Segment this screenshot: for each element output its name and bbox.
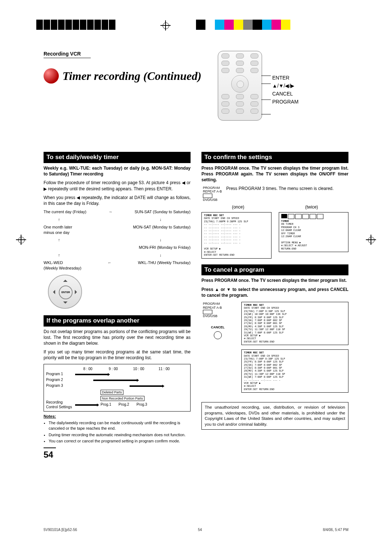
cycle-mid-a: One month later xyxy=(44,225,72,229)
heading-confirm: To confirm the settings xyxy=(201,152,348,163)
footer-left: 5V90101A [E]p52-56 xyxy=(44,528,77,532)
note-2: During timer recording the automatic rew… xyxy=(49,432,191,438)
bullet-sphere-icon xyxy=(44,68,59,84)
rec-prog1: Prog.1 xyxy=(101,402,111,407)
arrow-left-icon: ← xyxy=(108,260,112,271)
heading-overlap: If the programs overlap another xyxy=(44,315,191,327)
intro-bold: Weekly e.g. WKL-TUE: each Tuesday) or da… xyxy=(44,165,191,177)
vcr-indicator-icon: PROGRAM REPEAT A-B DVD/USB xyxy=(201,186,222,202)
remote-label-arrows: ▲/▼/◀/▶ xyxy=(272,83,298,89)
time-4: 11 : 00 xyxy=(151,366,177,372)
cycle-mid-b: minus one day xyxy=(44,230,70,235)
remote-body-icon xyxy=(218,51,262,121)
note-1: The daily/weekly recording can be made c… xyxy=(49,420,191,431)
caption-once: (once) xyxy=(232,204,244,210)
rec-label-2: Control Settings xyxy=(46,405,72,409)
intro-p1: Follow the procedure of timer recording … xyxy=(44,180,191,191)
footer-right: 8/4/06, 5:47 PM xyxy=(323,528,348,532)
breadcrumb: Recording VCR xyxy=(44,51,91,58)
crop-marks xyxy=(36,20,116,30)
time-1: 8 : 00 xyxy=(75,366,101,372)
cancel-bold-2: Press ▲ or ▼ to select the unnecessary p… xyxy=(201,287,348,298)
arrow-up-icon: ↑ xyxy=(58,217,60,222)
dpad-enter-label: ENTER xyxy=(59,285,73,299)
cycle-r1a: The current day (Friday) xyxy=(44,209,86,215)
note-3: You can correct or cancel the programed … xyxy=(49,438,191,444)
intro-p2: When you press ◀ repeatedly, the indicat… xyxy=(44,195,191,206)
prog1-label: Program 1 xyxy=(46,372,75,377)
arrow-up-icon: ↑ xyxy=(58,237,60,243)
cycle-r4a2: (Weekly Wednesday) xyxy=(44,266,81,270)
prog3-label: Program 3 xyxy=(46,383,75,388)
rec-label-1: Recording xyxy=(46,400,63,404)
arrow-down-icon: ↓ xyxy=(160,217,162,222)
remote-label-cancel: CANCEL xyxy=(272,91,298,97)
arrow-up-icon: ↑ xyxy=(58,252,60,258)
print-footer: 5V90101A [E]p52-56 54 8/4/06, 5:47 PM xyxy=(44,528,348,532)
cycle-r4a: WKL-WED xyxy=(44,260,63,265)
color-calibration-bar xyxy=(196,20,290,30)
osd-screenshot-list-after: TIMER REC SET DATE START END CH SPEED 23… xyxy=(241,349,348,393)
osd-screenshot-list-before: TIMER REC SET DATE START END CH SPEED 23… xyxy=(241,302,348,345)
time-2: 9 : 00 xyxy=(101,366,126,372)
osd-screenshot-timer: TIMER ON TIMER PROGRAM CH 3 12:00AM CLEA… xyxy=(279,212,349,252)
notes-heading: Notes: xyxy=(44,414,191,419)
overlap-p1: Do not overlap timer programs as portion… xyxy=(44,329,191,347)
registration-mark-top xyxy=(161,21,170,30)
arrow-down-icon: ↓ xyxy=(160,237,162,243)
cycle-r3b: MON-FRI (Monday to Friday) xyxy=(139,245,191,250)
cancel-button-icon xyxy=(214,331,222,339)
cycle-r2b: MON-SAT (Monday to Saturday) xyxy=(133,224,191,235)
cycle-r4b: WKL-THU (Weekly Thursday) xyxy=(138,260,191,271)
remote-control-illustration: ENTER ▲/▼/◀/▶ CANCEL PROGRAM xyxy=(218,51,348,123)
arrow-down-icon: ↓ xyxy=(160,252,162,258)
cancel-bold-1: Press PROGRAM once. The TV screen displa… xyxy=(201,278,348,283)
heading-set-timer: To set daily/weekly timer xyxy=(44,152,191,163)
rec-prog3: Prog.3 xyxy=(136,402,147,407)
heading-cancel: To cancel a program xyxy=(201,264,348,276)
date-cycle-diagram: The current day (Friday) → SUN-SAT (Sund… xyxy=(44,209,191,271)
remote-label-program: PROGRAM xyxy=(272,99,298,105)
page-title: Timer recording (Continued) xyxy=(62,69,201,83)
arrow-right-icon: → xyxy=(109,209,113,215)
footer-center: 54 xyxy=(198,528,202,532)
osd-screenshot-timer-rec: TIMER REC SET DATE START END CH SPEED 23… xyxy=(201,212,271,258)
rec-prog2: Prog.2 xyxy=(118,402,129,407)
prog2-label: Program 2 xyxy=(46,377,75,382)
registration-mark-left xyxy=(17,235,25,244)
remote-buttons-detail: PROGRAM REPEAT A-B DVD/USB CANCEL xyxy=(201,302,234,397)
registration-mark-right xyxy=(367,235,375,244)
page-number: 54 xyxy=(44,447,56,461)
caption-twice: (twice) xyxy=(305,204,318,210)
confirm-bold: Press PROGRAM once. The TV screen displa… xyxy=(201,165,348,183)
cycle-r1b: SUN-SAT (Sunday to Saturday) xyxy=(135,209,191,215)
remote-label-enter: ENTER xyxy=(272,75,298,81)
overlap-diagram: 8 : 00 9 : 00 10 : 00 11 : 00 Program 1 … xyxy=(44,364,191,412)
notes-list: The daily/weekly recording can be made c… xyxy=(44,420,191,444)
nonrecorded-label: Non Recorded Portion Parts xyxy=(101,396,144,401)
dpad-enter-icon: ENTER xyxy=(48,275,82,309)
time-3: 10 : 00 xyxy=(126,366,151,372)
overlap-p2: If you set up many timer recording progr… xyxy=(44,349,191,361)
copyright-notice: The unauthorized recording, use, distrib… xyxy=(201,402,348,430)
cancel-button-label: CANCEL xyxy=(201,325,234,329)
deleted-parts-label: Deleted Parts xyxy=(101,390,123,395)
confirm-side: Press PROGRAM 3 times. The menu screen i… xyxy=(226,186,348,191)
